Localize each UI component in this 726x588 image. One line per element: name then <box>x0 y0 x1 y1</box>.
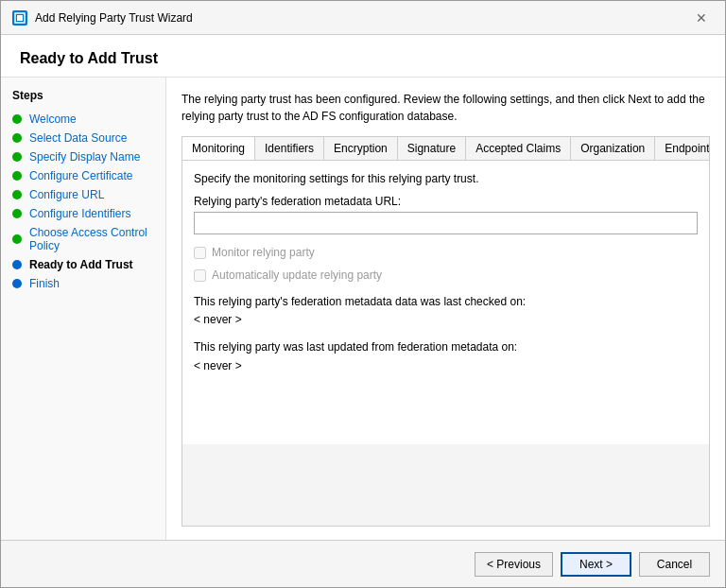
step-dot-access-control <box>12 234 22 244</box>
footer: < Previous Next > Cancel <box>1 540 725 587</box>
step-dot-display-name <box>12 152 22 162</box>
sidebar-item-finish: Finish <box>1 274 165 293</box>
previous-button[interactable]: < Previous <box>475 552 553 577</box>
last-checked-prefix: This relying party's federation metadata… <box>194 295 526 308</box>
auto-update-checkbox[interactable] <box>194 269 206 282</box>
checkbox-row-monitor: Monitor relying party <box>194 244 698 261</box>
tab-container: Monitoring Identifiers Encryption Signat… <box>182 136 710 527</box>
step-dot-select-data <box>12 133 22 143</box>
step-dot-identifiers <box>12 209 22 218</box>
sidebar-item-select-data[interactable]: Select Data Source <box>1 129 165 147</box>
title-bar: Add Relying Party Trust Wizard ✕ <box>1 1 725 35</box>
last-checked-value: < never > <box>194 313 242 326</box>
window-title: Add Relying Party Trust Wizard <box>35 11 193 25</box>
tab-identifiers[interactable]: Identifiers <box>255 137 324 160</box>
svg-rect-1 <box>17 15 23 21</box>
page-title: Ready to Add Trust <box>20 50 706 67</box>
tab-monitoring-content: Specify the monitoring settings for this… <box>182 161 709 444</box>
last-updated-prefix: This relying party was last updated from… <box>194 340 517 354</box>
federation-metadata-url-input[interactable] <box>194 212 698 234</box>
sidebar-item-ready: Ready to Add Trust <box>1 255 165 274</box>
title-bar-left: Add Relying Party Trust Wizard <box>12 10 193 26</box>
next-button[interactable]: Next > <box>561 552 631 577</box>
checkbox-row-auto-update: Automatically update relying party <box>194 267 698 284</box>
url-field-label: Relying party's federation metadata URL: <box>194 195 698 208</box>
monitor-relying-party-checkbox[interactable] <box>194 247 206 259</box>
last-updated-section: This relying party was last updated from… <box>194 338 698 374</box>
sidebar-item-display-name[interactable]: Specify Display Name <box>1 147 165 166</box>
close-button[interactable]: ✕ <box>689 9 714 27</box>
sidebar-item-label-identifiers: Configure Identifiers <box>29 207 130 220</box>
window-header: Ready to Add Trust <box>1 35 725 78</box>
step-dot-ready <box>12 260 22 269</box>
app-icon <box>12 10 27 26</box>
tab-bar: Monitoring Identifiers Encryption Signat… <box>182 137 709 161</box>
sidebar-item-label-welcome: Welcome <box>29 112 77 126</box>
main-description: The relying party trust has been configu… <box>182 91 710 125</box>
last-updated-value: < never > <box>194 359 242 372</box>
tab-encryption[interactable]: Encryption <box>324 137 398 160</box>
sidebar-item-welcome[interactable]: Welcome <box>1 110 165 129</box>
sidebar-item-label-certificate: Configure Certificate <box>29 169 132 182</box>
sidebar-item-label-finish: Finish <box>29 277 60 290</box>
step-dot-certificate <box>12 171 22 181</box>
content-area: Steps Welcome Select Data Source Specify… <box>1 78 725 540</box>
step-dot-url <box>12 190 22 199</box>
tab-accepted-claims[interactable]: Accepted Claims <box>466 137 571 160</box>
tab-endpoints[interactable]: Endpoints <box>655 137 709 160</box>
step-dot-welcome <box>12 114 22 124</box>
sidebar-item-label-access-control: Choose Access Control Policy <box>29 226 154 252</box>
sidebar-item-label-select-data: Select Data Source <box>29 131 127 145</box>
sidebar-item-label-ready: Ready to Add Trust <box>29 258 133 271</box>
cancel-button[interactable]: Cancel <box>639 552 710 577</box>
main-content: The relying party trust has been configu… <box>166 78 725 540</box>
sidebar-item-url[interactable]: Configure URL <box>1 185 165 204</box>
sidebar-item-access-control[interactable]: Choose Access Control Policy <box>1 223 165 255</box>
sidebar-title: Steps <box>1 89 165 110</box>
step-dot-finish <box>12 279 22 288</box>
sidebar-item-label-url: Configure URL <box>29 188 104 201</box>
monitor-relying-party-label: Monitor relying party <box>212 246 315 259</box>
last-checked-section: This relying party's federation metadata… <box>194 293 698 329</box>
tab-monitoring[interactable]: Monitoring <box>182 137 255 161</box>
auto-update-label: Automatically update relying party <box>212 268 382 282</box>
tab-organization[interactable]: Organization <box>571 137 655 160</box>
sidebar-item-identifiers[interactable]: Configure Identifiers <box>1 204 165 223</box>
sidebar-item-certificate[interactable]: Configure Certificate <box>1 166 165 185</box>
monitoring-description: Specify the monitoring settings for this… <box>194 172 698 185</box>
tab-signature[interactable]: Signature <box>398 137 466 160</box>
sidebar: Steps Welcome Select Data Source Specify… <box>1 78 166 540</box>
wizard-window: Add Relying Party Trust Wizard ✕ Ready t… <box>0 0 726 588</box>
sidebar-item-label-display-name: Specify Display Name <box>29 150 140 164</box>
